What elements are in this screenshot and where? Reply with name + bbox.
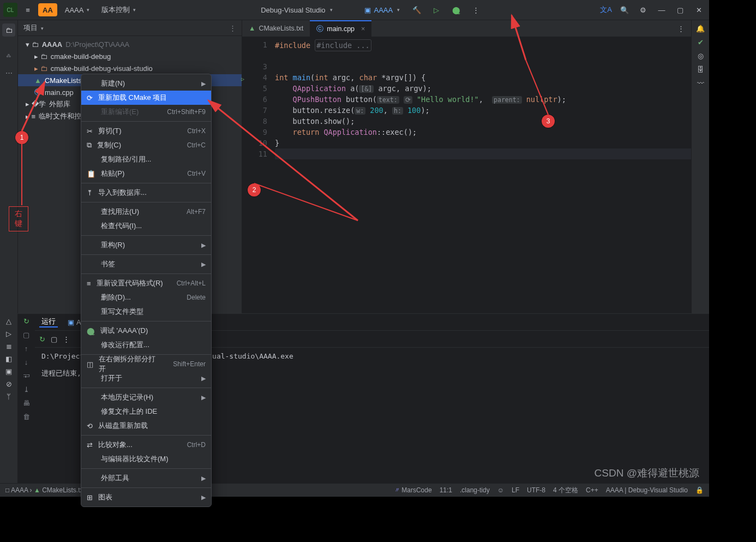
menu-edit-run[interactable]: 修改运行配置... <box>81 338 211 352</box>
build-icon[interactable]: 🔨 <box>410 3 424 17</box>
run-tab-run[interactable]: 运行 <box>39 317 58 327</box>
rerun2-icon[interactable]: ↻ <box>39 335 45 343</box>
run-tool-icon[interactable]: ▷ <box>6 330 11 338</box>
problems-icon[interactable]: ⊘ <box>6 380 12 388</box>
menu-refactor[interactable]: 重构(R)▶ <box>81 238 211 252</box>
wrap-icon[interactable]: ⮒ <box>23 372 30 380</box>
menu-copy[interactable]: ⧉复制(C)Ctrl+C <box>81 138 211 152</box>
trash-icon[interactable]: 🗑 <box>23 413 30 421</box>
more-icon[interactable]: ⋮ <box>469 3 483 17</box>
root-path: D:\Project\QT\AAAA <box>65 40 129 49</box>
structure-tool-icon[interactable]: ஃ <box>2 49 15 62</box>
menu-compare-editor[interactable]: 与编辑器比较文件(M) <box>81 452 211 466</box>
tab-main[interactable]: ⓒmain.cpp× <box>310 20 371 37</box>
git-icon[interactable]: ᛘ <box>7 392 11 401</box>
menu-find-usages[interactable]: 查找用法(U)Alt+F7 <box>81 205 211 219</box>
more2-icon[interactable]: ⋮ <box>63 335 70 343</box>
stop-icon[interactable]: ▢ <box>23 331 29 339</box>
db-icon[interactable]: 🗄 <box>697 65 704 74</box>
tree-label: main.cpp <box>45 88 74 97</box>
debug-icon[interactable]: ⬤̫ <box>449 3 463 17</box>
tree-item[interactable]: ▸ 🗀cmake-build-debug-visual-studio <box>18 62 242 74</box>
menu-recompile: 重新编译(E)Ctrl+Shift+F9 <box>81 105 211 119</box>
project-tool-icon[interactable]: 🗀 <box>2 23 15 37</box>
rerun-icon[interactable]: ↻ <box>23 317 29 325</box>
target-selector[interactable]: ▣ AAAA▾ <box>360 3 405 16</box>
menu-copy-path[interactable]: 复制路径/引用... <box>81 152 211 166</box>
menu-ext-tools[interactable]: 外部工具▶ <box>81 471 211 485</box>
tree-item[interactable]: ▸ 🗀cmake-build-debug <box>18 50 242 62</box>
menu-reload-cmake[interactable]: ⟳重新加载 CMake 项目 <box>81 91 211 105</box>
cmake-icon[interactable]: △ <box>6 317 11 325</box>
settings-icon[interactable]: ⚙ <box>636 3 650 17</box>
hamburger-icon[interactable]: ≡ <box>21 3 35 17</box>
left-tool-stripe: 🗀 ஃ ⋯ <box>0 20 18 313</box>
menu-bookmarks[interactable]: 书签▶ <box>81 257 211 271</box>
minimize-icon[interactable]: — <box>655 3 669 17</box>
context[interactable]: AAAA | Debug-Visual Studio <box>606 486 688 494</box>
sidebar-header: 项目 ▾ ⋮ <box>18 20 242 36</box>
run-gutter: ↻ ▢ ↑ ↓ ⮒ ⤓ 🖶 🗑 <box>17 314 35 483</box>
analyzer[interactable]: .clang-tidy <box>460 486 490 494</box>
menu-reformat[interactable]: ≡重新设置代码格式(R)Ctrl+Alt+L <box>81 276 211 290</box>
run-icon[interactable]: ▷ <box>429 3 443 17</box>
project-badge[interactable]: AA <box>38 3 57 16</box>
list-icon[interactable]: ≣ <box>6 342 12 350</box>
lang[interactable]: C++ <box>586 486 598 494</box>
menu-reload-disk[interactable]: ⟲从磁盘重新加载 <box>81 419 211 433</box>
ide-window: CL ≡ AA AAAA▾ 版本控制▾ Debug-Visual Studio▾… <box>0 0 709 497</box>
stop2-icon[interactable]: ▢ <box>51 335 57 343</box>
breadcrumb[interactable]: □ AAAA › ▲ CMakeLists.txt <box>5 486 85 494</box>
right-tool-stripe: 🔔 ✔ ◎ 🗄 〰 <box>691 20 709 313</box>
search-icon[interactable]: 🔍 <box>617 3 632 17</box>
translate-icon[interactable]: 文A <box>599 3 613 17</box>
tab-more-icon[interactable]: ⋮ <box>671 20 691 37</box>
inspect-icon[interactable]: ☺ <box>497 486 504 494</box>
lock-icon[interactable]: 🔒 <box>695 486 704 494</box>
down-icon[interactable]: ↓ <box>25 358 28 366</box>
menu-local-history[interactable]: 本地历史记录(H)▶ <box>81 390 211 404</box>
vcs-selector[interactable]: 版本控制▾ <box>97 3 140 16</box>
vcs-label: 版本控制 <box>101 5 130 15</box>
caret-pos[interactable]: 11:1 <box>440 486 452 494</box>
maximize-icon[interactable]: ▢ <box>673 3 687 17</box>
more-tool-icon[interactable]: ⋯ <box>2 66 15 79</box>
up-icon[interactable]: ↑ <box>25 344 28 353</box>
wave-icon[interactable]: 〰 <box>697 79 704 87</box>
project-selector[interactable]: AAAA▾ <box>61 3 94 16</box>
encoding[interactable]: UTF-8 <box>527 486 545 494</box>
menu-paste[interactable]: 📋粘贴(P)Ctrl+V <box>81 166 211 181</box>
tab-cmakelists[interactable]: ▲CMakeLists.txt <box>242 20 310 37</box>
menu-delete[interactable]: 删除(D)...Delete <box>81 290 211 305</box>
watermark: CSDN @难得避世桃源 <box>595 466 699 480</box>
menu-new[interactable]: 新建(N)▶ <box>81 76 211 91</box>
tree-label: 外部库 <box>49 99 70 109</box>
menu-debug[interactable]: ⬤̫调试 'AAAA'(D) <box>81 324 211 338</box>
target-label: AAAA <box>374 6 393 14</box>
menu-open-right[interactable]: ◫在右侧拆分部分打开Shift+Enter <box>81 357 211 371</box>
code-editor[interactable]: 1 3 ▷4 567891011 #include #include ... i… <box>242 37 691 313</box>
app-icon[interactable]: CL <box>3 3 17 17</box>
menu-cut[interactable]: ✂剪切(T)Ctrl+X <box>81 124 211 138</box>
ai-icon[interactable]: ◎ <box>698 52 704 60</box>
menu-inspect[interactable]: 检查代码(I)... <box>81 219 211 233</box>
menu-compare[interactable]: ⇄比较对象...Ctrl+D <box>81 438 211 452</box>
scroll-icon[interactable]: ⤓ <box>23 385 29 394</box>
menu-repair-ide[interactable]: 修复文件上的 IDE <box>81 404 211 419</box>
indent[interactable]: 4 个空格 <box>553 486 578 495</box>
root-name: AAAA <box>42 40 63 49</box>
print-icon[interactable]: 🖶 <box>23 399 30 407</box>
tree-root[interactable]: ▾ 🗀AAAA D:\Project\QT\AAAA <box>18 38 242 50</box>
titlebar: CL ≡ AA AAAA▾ 版本控制▾ Debug-Visual Studio▾… <box>0 0 709 20</box>
terminal-icon[interactable]: ▣ <box>5 367 12 376</box>
menu-import-db[interactable]: ⤒导入到数据库... <box>81 186 211 200</box>
todo-icon[interactable]: ◧ <box>5 355 12 363</box>
menu-override[interactable]: 重写文件类型 <box>81 305 211 319</box>
marscode-label[interactable]: 〃 MarsCode <box>393 486 432 495</box>
run-config-selector[interactable]: Debug-Visual Studio▾ <box>256 3 337 16</box>
close-icon[interactable]: ✕ <box>692 3 706 17</box>
fold-include[interactable]: #include ... <box>315 39 371 51</box>
notifications-icon[interactable]: 🔔 <box>696 25 705 33</box>
line-ending[interactable]: LF <box>512 486 519 494</box>
menu-diagrams[interactable]: ⊞图表▶ <box>81 490 211 504</box>
